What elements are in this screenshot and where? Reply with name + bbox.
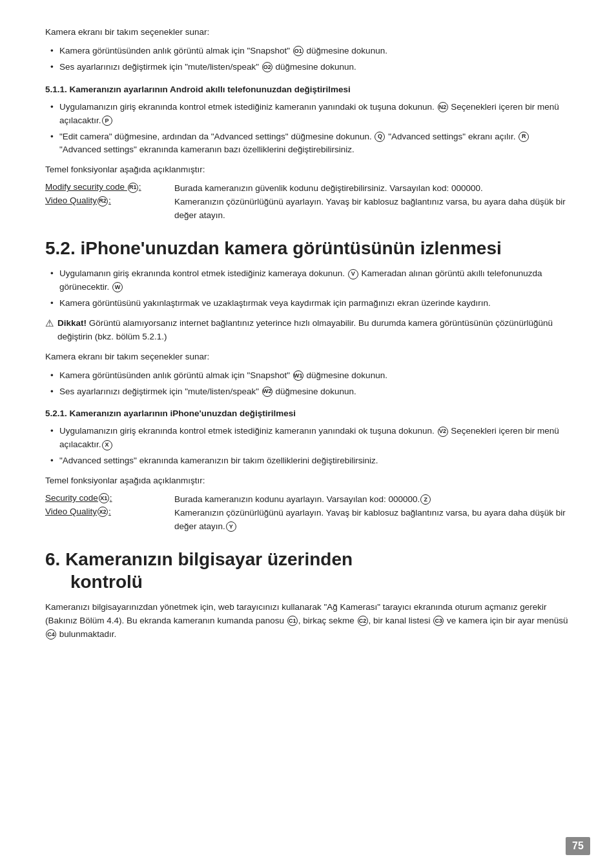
section-511-list: Uygulamanızın giriş ekranında kontrol et… xyxy=(45,101,571,157)
warning-text: Dikkat! Görüntü alamıyorsanız internet b… xyxy=(57,317,571,344)
section-521-item-2: "Advanced settings" ekranında kameranızı… xyxy=(45,454,571,468)
warning-block: ⚠ Dikkat! Görüntü alamıyorsanız internet… xyxy=(45,317,571,344)
def-term-modify-security: Modify security code R1: xyxy=(45,182,174,196)
def-row-security-code: Security codeX1: Burada kameranızın kodu… xyxy=(45,493,571,507)
intro-list-item-1: Kamera görüntüsünden anlık görüntü almak… xyxy=(45,45,571,58)
section-511-definitions: Modify security code R1: Burada kameranı… xyxy=(45,182,571,223)
section-521-definitions: Security codeX1: Burada kameranızın kodu… xyxy=(45,493,571,534)
def-row-video-quality-1: Video QualityR2: Kameranızın çözünürlüğü… xyxy=(45,196,571,223)
section-52-item-4: Ses ayarlarınızı değiştirmek için "mute/… xyxy=(45,385,571,399)
page-content: Kamera ekranı bir takım seçenekler sunar… xyxy=(0,0,616,685)
ref-v: V xyxy=(348,269,358,279)
section-511-item-1: Uygulamanızın giriş ekranında kontrol et… xyxy=(45,101,571,128)
intro-list-item-2: Ses ayarlarınızı değiştirmek için "mute/… xyxy=(45,61,571,74)
def-desc-video-quality-2: Kameranızın çözünürlüğünü ayarlayın. Yav… xyxy=(174,507,571,534)
ref-x2: X2 xyxy=(98,507,108,517)
def-term-security-code: Security codeX1: xyxy=(45,493,174,507)
ref-c2: C2 xyxy=(358,616,368,626)
section-521-heading: 5.2.1. Kameranızın ayarlarının iPhone'un… xyxy=(45,407,571,421)
page-number: 75 xyxy=(566,837,590,855)
ref-y: Y xyxy=(226,521,236,532)
section-521-item-1: Uygulamanızın giriş ekranında kontrol et… xyxy=(45,425,571,452)
section-52-heading: 5.2. iPhone'unuzdan kamera görüntüsünün … xyxy=(45,237,571,259)
ref-w2: W2 xyxy=(262,387,272,397)
section-6-heading: 6. Kameranızın bilgisayar üzerinden kont… xyxy=(45,548,571,593)
ref-x1: X1 xyxy=(99,493,109,503)
section-52-para2: Kamera ekranı bir takım seçenekler sunar… xyxy=(45,350,571,364)
ref-w: W xyxy=(112,282,123,292)
section-511-para-after: Temel fonksiyonlar aşağıda açıklanmıştır… xyxy=(45,163,571,177)
ref-c3: C3 xyxy=(433,616,444,626)
section-6-para: Kameranızı bilgisayarınızdan yönetmek iç… xyxy=(45,601,571,641)
def-row-video-quality-2: Video QualityX2: Kameranızın çözünürlüğü… xyxy=(45,507,571,534)
warning-icon: ⚠ xyxy=(45,318,54,329)
intro-para: Kamera ekranı bir takım seçenekler sunar… xyxy=(45,26,571,39)
section-52-list2: Kamera görüntüsünden anlık görüntü almak… xyxy=(45,369,571,399)
section-511-heading: 5.1.1. Kameranızın ayarlarının Android a… xyxy=(45,83,571,97)
ref-c4: C4 xyxy=(46,629,56,640)
ref-r: R xyxy=(518,132,529,142)
section-511-item-2: "Edit camera" düğmesine, ardından da "Ad… xyxy=(45,130,571,157)
section-52-item-3: Kamera görüntüsünden anlık görüntü almak… xyxy=(45,369,571,383)
def-term-video-quality-1: Video QualityR2: xyxy=(45,196,174,223)
section-52-list: Uygulamanın giriş ekranında kontrol etme… xyxy=(45,267,571,310)
ref-z: Z xyxy=(420,494,431,505)
ref-v2: V2 xyxy=(438,427,448,437)
def-desc-security-code: Burada kameranızın kodunu ayarlayın. Var… xyxy=(174,493,571,507)
def-desc-modify-security: Burada kameranızın güvenlik kodunu değiş… xyxy=(174,182,571,196)
ref-o2: O2 xyxy=(262,62,272,72)
section-52-item-1: Uygulamanın giriş ekranında kontrol etme… xyxy=(45,267,571,294)
ref-o1: O1 xyxy=(293,46,303,56)
ref-w1: W1 xyxy=(293,370,303,381)
ref-r2: R2 xyxy=(98,196,108,207)
def-row-modify-security: Modify security code R1: Burada kameranı… xyxy=(45,182,571,196)
ref-r1: R1 xyxy=(128,183,138,193)
section-521-para-after: Temel fonksiyonlar aşağıda açıklanmıştır… xyxy=(45,474,571,488)
intro-list: Kamera görüntüsünden anlık görüntü almak… xyxy=(45,45,571,74)
ref-n2: N2 xyxy=(438,102,448,112)
section-521-list: Uygulamanızın giriş ekranında kontrol et… xyxy=(45,425,571,468)
def-desc-video-quality-1: Kameranızın çözünürlüğünü ayarlayın. Yav… xyxy=(174,196,571,223)
section-52-item-2: Kamera görüntüsünü yakınlaştırmak ve uza… xyxy=(45,297,571,310)
def-term-video-quality-2: Video QualityX2: xyxy=(45,507,174,534)
ref-x: X xyxy=(102,440,112,450)
ref-c1: C1 xyxy=(287,616,298,626)
ref-p: P xyxy=(102,116,112,126)
ref-q: Q xyxy=(375,132,385,142)
